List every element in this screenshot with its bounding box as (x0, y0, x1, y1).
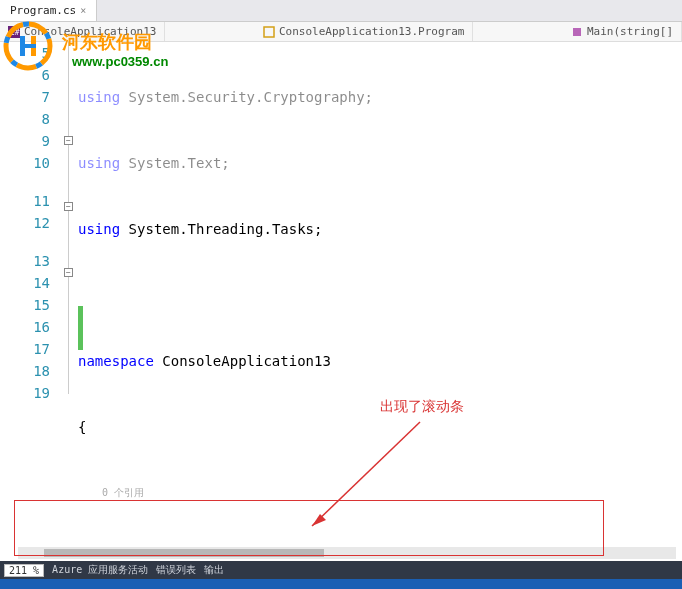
svg-text:C#: C# (10, 28, 20, 37)
fold-toggle[interactable]: − (64, 202, 73, 211)
line-number: 19 (0, 382, 50, 404)
fold-column: − − − (62, 42, 78, 502)
status-bar (0, 579, 682, 589)
code-editor[interactable]: 5 6 7 8 9 10 11 12 13 14 15 16 17 18 19 … (0, 42, 682, 502)
line-number: 7 (0, 86, 50, 108)
scrollbar-thumb[interactable] (44, 549, 324, 557)
svg-marker-10 (312, 514, 326, 526)
breadcrumb-bar: C# ConsoleApplication13 ConsoleApplicati… (0, 22, 682, 42)
line-number: 6 (0, 64, 50, 86)
zoom-level[interactable]: 211 % (4, 564, 44, 577)
fold-toggle[interactable]: − (64, 268, 73, 277)
line-number: 12 (0, 212, 50, 234)
bottom-panel-tabs: 211 % Azure 应用服务活动 错误列表 输出 (0, 561, 682, 579)
line-number: 16 (0, 316, 50, 338)
method-icon (571, 26, 583, 38)
panel-tab-azure[interactable]: Azure 应用服务活动 (52, 563, 148, 577)
breadcrumb-class-label: ConsoleApplication13.Program (279, 25, 464, 38)
codelens-references[interactable]: 0 个引用 (102, 487, 144, 498)
svg-rect-3 (573, 28, 581, 36)
tab-label: Program.cs (10, 4, 76, 17)
horizontal-scrollbar[interactable] (18, 547, 676, 559)
annotation-label: 出现了滚动条 (380, 398, 464, 416)
svg-rect-2 (264, 27, 274, 37)
panel-tab-output[interactable]: 输出 (204, 563, 224, 577)
line-number: 8 (0, 108, 50, 130)
line-number: 11 (0, 190, 50, 212)
code-content[interactable]: using System.Security.Cryptography; usin… (78, 42, 682, 502)
class-icon (263, 26, 275, 38)
breadcrumb-project[interactable]: C# ConsoleApplication13 (0, 22, 165, 41)
close-icon[interactable]: × (80, 5, 86, 16)
line-number: 9 (0, 130, 50, 152)
line-number: 5 (0, 42, 50, 64)
csharp-icon: C# (8, 26, 20, 38)
line-number-gutter: 5 6 7 8 9 10 11 12 13 14 15 16 17 18 19 (0, 42, 62, 502)
breadcrumb-method[interactable]: Main(string[] (563, 22, 682, 41)
breadcrumb-project-label: ConsoleApplication13 (24, 25, 156, 38)
line-number: 17 (0, 338, 50, 360)
file-tab-program[interactable]: Program.cs × (0, 0, 97, 21)
line-number: 13 (0, 250, 50, 272)
line-number: 18 (0, 360, 50, 382)
breadcrumb-class[interactable]: ConsoleApplication13.Program (255, 22, 473, 41)
line-number: 14 (0, 272, 50, 294)
fold-toggle[interactable]: − (64, 136, 73, 145)
line-number: 15 (0, 294, 50, 316)
tab-bar: Program.cs × (0, 0, 682, 22)
line-number: 10 (0, 152, 50, 174)
breadcrumb-method-label: Main(string[] (587, 25, 673, 38)
panel-tab-errors[interactable]: 错误列表 (156, 563, 196, 577)
